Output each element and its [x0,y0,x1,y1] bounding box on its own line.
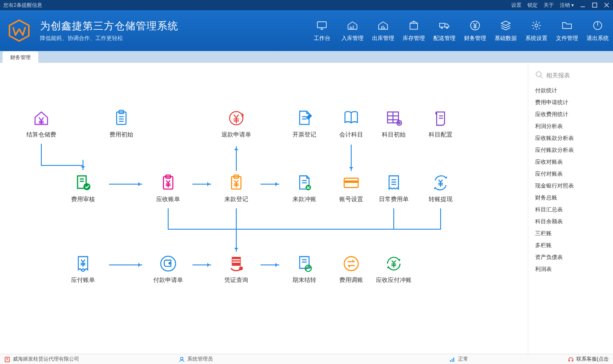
report-link[interactable]: 付款统计 [535,85,613,97]
nav-inbound[interactable]: 入库管理 [337,10,368,51]
node-account-setting[interactable]: 账号设置 [328,173,375,208]
doc-pen-icon [295,109,314,128]
flow-arrow [41,144,42,165]
nav-workbench[interactable]: 工作台 [306,10,337,51]
report-link[interactable]: 多栏账 [535,239,613,251]
node-fee-adjust[interactable]: 费用调账 [328,254,375,288]
node-accounting-subject[interactable]: 会计科目 [328,109,375,143]
minimize-icon[interactable] [580,2,586,8]
node-fee-review[interactable]: 费用审核 [60,173,106,208]
report-link[interactable]: 利润表 [535,263,613,275]
settings-link[interactable]: 设置 [511,2,521,9]
node-invoice-register[interactable]: 开票登记 [281,109,328,143]
svg-rect-1 [593,3,597,7]
svg-marker-4 [9,20,29,41]
node-payment-request[interactable]: 付款申请单 [145,254,192,288]
svg-point-59 [239,266,243,270]
nav-outbound[interactable]: 出库管理 [368,10,398,51]
report-link[interactable]: 应收费用统计 [535,108,613,120]
maximize-icon[interactable] [592,2,598,8]
svg-point-64 [536,72,541,77]
nav-delivery[interactable]: 配送管理 [429,10,460,51]
warehouse-in-icon [346,19,359,32]
lock-link[interactable]: 锁定 [527,2,538,9]
headset-icon [568,356,574,362]
report-link[interactable]: 科目余额表 [535,216,613,228]
report-link[interactable]: 应付账款分析表 [535,144,613,156]
nav-basedata[interactable]: 基础数据 [490,10,521,51]
report-link[interactable]: 应收对账表 [535,156,613,168]
svg-rect-5 [318,22,327,28]
about-link[interactable]: 关于 [544,2,554,9]
flow-arrow [351,145,352,171]
house-yen-icon [32,109,51,128]
report-link[interactable]: 财务总账 [535,192,613,204]
node-payment-in-offset[interactable]: 来款冲账 [281,173,328,208]
scroll-icon [431,109,450,128]
svg-point-55 [161,256,176,271]
notice-text[interactable]: 您有2条提醒信息 [3,2,42,9]
svg-point-17 [441,27,443,29]
help-text: 联系客服(点击 [576,355,609,363]
status-help[interactable]: 联系客服(点击 [568,355,609,363]
box-icon [407,19,420,32]
yen-icon [469,19,481,32]
logout-link[interactable]: 注销 ▾ [560,2,574,9]
node-subject-config[interactable]: 科目配置 [417,109,464,143]
status-network: 正常 [450,355,468,363]
tab-finance[interactable]: 财务管理 [3,51,38,63]
nav-syssetting[interactable]: 系统设置 [521,10,552,51]
report-link[interactable]: 费用申请统计 [535,97,613,108]
flow-arrow [192,264,211,265]
nav-finance[interactable]: 财务管理 [460,10,490,51]
node-transfer-withdraw[interactable]: 转账提现 [417,173,464,208]
report-link[interactable]: 应付对账表 [535,168,613,180]
report-link[interactable]: 利润分析表 [535,120,613,132]
report-link[interactable]: 科目汇总表 [535,204,613,216]
svg-point-37 [398,122,400,124]
node-label: 转账提现 [429,196,453,203]
logo-icon [6,17,32,44]
node-receivable-bill[interactable]: 应收账单 [145,173,192,208]
reports-header: 相关报表 [535,71,613,80]
report-link[interactable]: 资产负债表 [535,251,613,263]
nav-inventory[interactable]: 库存管理 [398,10,429,51]
node-payable-bill[interactable]: 应付账单 [60,254,106,288]
node-voucher-query[interactable]: 凭证查询 [213,254,260,288]
node-label: 结算仓储费 [26,131,56,139]
node-ar-ap-offset[interactable]: 应收应付冲账 [370,254,417,288]
power-icon [591,19,604,32]
node-refund-request[interactable]: 退款申请单 [213,109,260,143]
clipboard-yen-pink-icon [159,173,178,192]
report-link[interactable]: 现金银行对照表 [535,180,613,192]
svg-rect-14 [410,23,418,29]
node-daily-fee[interactable]: 日常费用单 [370,173,417,208]
report-link[interactable]: 三栏账 [535,228,613,239]
clipboard-yen-orange-icon [227,173,246,192]
nav-label: 系统设置 [525,34,547,42]
flow-line [440,208,441,229]
node-label: 付款申请单 [153,276,183,284]
nav-exit[interactable]: 退出系统 [582,10,613,51]
nav-files[interactable]: 文件管理 [552,10,582,51]
node-label: 费用调账 [339,276,363,284]
node-label: 科目配置 [429,131,453,139]
nav-label: 配送管理 [433,34,455,42]
node-label: 应付账单 [71,276,95,284]
svg-point-42 [83,183,91,191]
node-fee-init[interactable]: 费用初始 [98,109,145,143]
node-label: 期末结转 [292,276,316,284]
node-payment-in-register[interactable]: 来款登记 [213,173,260,208]
gear-icon [530,19,543,32]
nav-label: 基础数据 [495,34,517,42]
clipboard-icon [112,109,131,128]
reports-panel: 相关报表 付款统计 费用申请统计 应收费用统计 利润分析表 应收账款分析表 应付… [528,63,613,354]
window-controls: 设置 锁定 关于 注销 ▾ [511,2,610,9]
node-period-close[interactable]: 期末结转 [281,254,328,288]
app-subtitle: 降低能耗、协调合作、工作更轻松 [40,34,178,42]
report-link[interactable]: 应收账款分析表 [535,132,613,144]
close-icon[interactable] [604,2,610,8]
node-settle-storage-fee[interactable]: 结算仓储费 [18,109,65,143]
svg-point-20 [535,24,538,27]
node-subject-init[interactable]: 科目初始 [370,109,417,143]
